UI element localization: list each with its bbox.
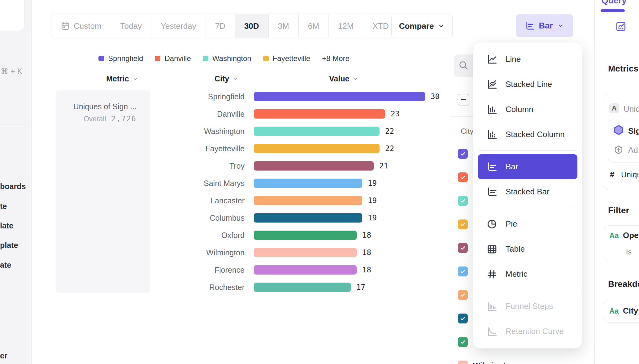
chart-box-icon[interactable] — [615, 21, 627, 32]
range-button-30d[interactable]: 30D — [235, 14, 269, 38]
bar-troy[interactable] — [254, 161, 374, 171]
range-label: 30D — [244, 21, 259, 31]
filter-card[interactable]: Aa Ope Is i — [604, 225, 639, 261]
city-checkbox-oxford[interactable] — [458, 337, 468, 347]
hexagon-plus-icon[interactable] — [614, 145, 624, 155]
menu-item-metric[interactable]: Metric — [478, 262, 577, 287]
range-button-3m[interactable]: 3M — [269, 14, 299, 38]
menu-item-label: Pie — [506, 219, 517, 229]
menu-item-label: Retention Curve — [506, 327, 564, 336]
compare-button[interactable]: Compare — [391, 14, 453, 38]
bar-oxford[interactable] — [254, 231, 357, 240]
metric-name: Uniq — [624, 104, 639, 114]
category-label: Fayetteville — [0, 140, 245, 157]
category-label: Troy — [0, 157, 245, 175]
legend-item[interactable]: Washington — [203, 54, 251, 63]
uniques-label: Uniqu — [621, 170, 639, 179]
legend-item[interactable]: Danville — [155, 54, 191, 63]
city-checkbox-columbus[interactable] — [458, 314, 468, 323]
breakdown-heading: Breakdown — [608, 279, 639, 289]
category-label: Lancaster — [0, 192, 245, 209]
city-checkbox-troy[interactable] — [458, 243, 468, 253]
menu-item-pie[interactable]: Pie — [478, 211, 577, 236]
column-header-metric[interactable]: Metric — [106, 74, 138, 83]
city-checkbox-fayetteville[interactable] — [458, 219, 468, 229]
bar-florence[interactable] — [254, 265, 357, 275]
search-icon — [458, 60, 469, 71]
event-card[interactable]: Sig Ad — [608, 120, 639, 162]
value-label: 18 — [362, 261, 371, 279]
bar-rochester[interactable] — [254, 283, 351, 292]
bar-fayetteville[interactable] — [254, 144, 380, 153]
hexagon-plus-icon[interactable] — [614, 145, 624, 155]
bar-chart-icon — [525, 21, 535, 31]
city-checkbox-wilmington[interactable] — [458, 361, 468, 364]
menu-item-table[interactable]: Table — [478, 236, 577, 262]
chart-box-icon[interactable] — [615, 21, 627, 32]
range-button-custom[interactable]: Custom — [51, 14, 111, 38]
chevron-down-icon — [352, 76, 359, 82]
category-label: Columbus — [0, 209, 245, 227]
bar-springfield[interactable] — [254, 92, 425, 101]
chart-type-button[interactable]: Bar — [516, 14, 573, 37]
value-label: 19 — [368, 209, 377, 227]
legend-swatch — [155, 56, 160, 61]
range-label: 6M — [308, 21, 319, 31]
category-label: Rochester — [0, 279, 245, 296]
menu-item-line[interactable]: Line — [478, 47, 577, 72]
range-button-6m[interactable]: 6M — [299, 14, 329, 38]
check-icon — [459, 245, 466, 251]
category-label: Saint Marys — [0, 175, 245, 192]
breakdown-card[interactable]: Aa City — [604, 299, 639, 323]
menu-item-stacked-line[interactable]: Stacked Line — [478, 72, 577, 97]
check-icon — [459, 268, 466, 275]
legend-item[interactable]: Springfield — [98, 54, 143, 63]
category-label: Wilmington — [0, 244, 245, 261]
bar-wilmington[interactable] — [254, 248, 357, 257]
city-checkbox-lancaster[interactable] — [458, 290, 468, 300]
select-all-checkbox[interactable] — [458, 94, 469, 106]
column-header-city[interactable]: City — [215, 74, 238, 83]
range-button-today[interactable]: Today — [111, 14, 151, 38]
legend-label: Springfield — [108, 54, 143, 63]
menu-divider — [479, 290, 576, 290]
legend-item[interactable]: Fayetteville — [263, 54, 310, 63]
city-label: Wilmington — [473, 361, 515, 364]
menu-item-bar[interactable]: Bar — [478, 154, 577, 179]
value-label: 18 — [362, 244, 371, 261]
city-checkbox-saint-marys[interactable] — [458, 266, 468, 276]
bar-saint-marys[interactable] — [254, 179, 362, 188]
bar-chart-icon — [525, 21, 535, 31]
hexagon-icon — [613, 124, 624, 136]
city-checkbox-washington[interactable] — [458, 196, 468, 206]
legend-label: Fayetteville — [273, 54, 310, 63]
check-icon — [459, 150, 466, 157]
check-icon — [459, 174, 466, 181]
event-name: Sig — [628, 126, 639, 136]
range-button-yesterday[interactable]: Yesterday — [151, 14, 206, 38]
chevron-down-icon — [132, 76, 138, 82]
city-checkbox-springfield[interactable] — [458, 149, 468, 159]
stacked-bar-icon — [486, 186, 498, 197]
menu-item-stacked-column[interactable]: Stacked Column — [478, 122, 577, 147]
legend-more-button[interactable]: +8 More — [322, 54, 350, 63]
calendar-icon — [61, 21, 70, 31]
sidebar-item[interactable]: er — [0, 351, 7, 360]
bar-washington[interactable] — [254, 127, 380, 136]
menu-item-stacked-bar[interactable]: Stacked Bar — [478, 179, 577, 204]
metrics-card[interactable]: A Uniq Sig Ad # Uniqu — [604, 93, 639, 190]
column-icon — [486, 104, 498, 115]
range-button-7d[interactable]: 7D — [206, 14, 235, 38]
menu-item-label: Bar — [506, 162, 518, 171]
bar-columbus[interactable] — [254, 213, 362, 223]
range-button-12m[interactable]: 12M — [329, 14, 363, 38]
sidebar-search-card[interactable] — [0, 0, 25, 31]
bar-lancaster[interactable] — [254, 196, 362, 205]
bar-danville[interactable] — [254, 109, 385, 119]
city-checkbox-danville[interactable] — [458, 172, 468, 182]
tab-query[interactable]: Query — [602, 0, 627, 6]
menu-item-column[interactable]: Column — [478, 97, 577, 122]
filter-heading: Filter — [608, 206, 629, 215]
column-header-value[interactable]: Value — [329, 74, 359, 83]
query-tab-underline — [601, 9, 625, 12]
